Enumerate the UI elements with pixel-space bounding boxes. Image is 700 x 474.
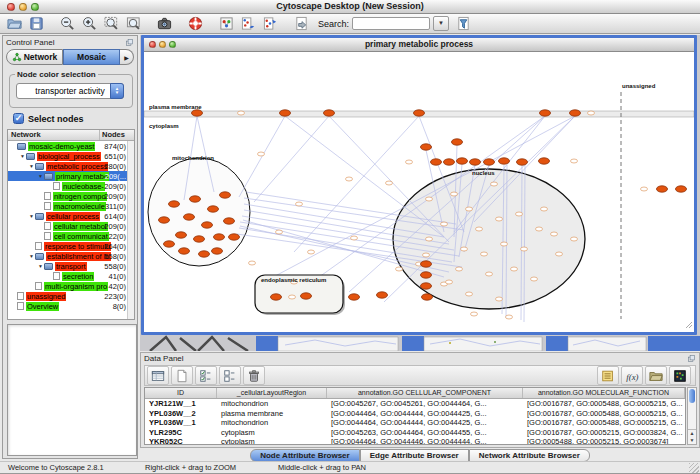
tree-row[interactable]: nitrogen compo209(0) [8,191,134,201]
expand-arrow-icon[interactable]: ▼ [37,173,44,179]
gene-node [457,158,468,164]
minimize-window-icon[interactable] [19,3,27,11]
help-button[interactable] [185,15,206,32]
tree-row[interactable]: macromolecule311(0) [8,201,134,211]
layout-spring-button[interactable] [260,15,281,32]
vizmapper-button[interactable] [216,15,237,32]
toolbar-separator [145,23,153,24]
tree-row[interactable]: ▼biological_process651(0) [8,151,134,161]
tree-row[interactable]: cellular metabol209(0) [8,221,134,231]
tab-mosaic[interactable]: Mosaic [63,49,120,65]
tree-row[interactable]: ▼cellular process614(0) [8,211,134,221]
annotation-button[interactable] [291,15,312,32]
select-nodes-checkbox[interactable]: ✓ [13,113,24,124]
select-all-button[interactable] [195,366,217,385]
tree-scrollbar[interactable] [127,141,134,319]
table-row[interactable]: YPL036W__2plasma membrane[GO:0044464, GO… [145,409,685,419]
resize-grip[interactable] [689,463,699,473]
expand-arrow-icon[interactable]: ▼ [37,263,44,269]
snapshot-button[interactable] [154,15,175,32]
expand-arrow-icon[interactable]: ▼ [28,253,35,259]
tree-row[interactable]: unassigned223(0) [8,291,134,301]
column-header[interactable]: ID [145,388,217,398]
network-canvas[interactable]: plasma membranecytoplasmmitochondrionnuc… [144,52,694,332]
unselect-all-button[interactable] [219,366,241,385]
column-header[interactable]: _cellularLayoutRegion [217,388,327,398]
data-panel: Data Panel ID_cellularLayoutRegionannota… [140,352,700,448]
matrix-view-button[interactable] [669,366,691,385]
table-row[interactable]: YKR052Ccytoplasm[GO:0044464, GO:0044446,… [145,437,685,445]
tree-row[interactable]: cell communicat22(0) [8,231,134,241]
gene-node-small [588,111,595,115]
status-bar: Welcome to Cytoscape 2.8.1 Right-click +… [0,461,700,473]
table-scrollbar[interactable]: ▲▼ [687,387,697,445]
float-panel-icon[interactable] [687,354,696,363]
search-dropdown-arrow-icon[interactable]: ▼ [433,16,449,31]
matrix-view-icon [673,369,687,383]
tree-row[interactable]: ▼establishment of lo558(0) [8,251,134,261]
tree-column-nodes[interactable]: Nodes [100,130,134,140]
network-view-titlebar[interactable]: primary metabolic process [144,38,694,52]
zoom-out-button[interactable] [57,15,78,32]
toolbar-separator [176,23,184,24]
tree-row[interactable]: nucleobase-209(0) [8,181,134,191]
save-button[interactable] [26,15,47,32]
gene-node-small [423,253,430,257]
select-attributes-button[interactable] [147,366,169,385]
expand-arrow-icon[interactable]: ▼ [19,153,26,159]
expand-arrow-icon[interactable]: ▼ [28,213,35,219]
combo-stepper-icon[interactable]: ▲▼ [110,83,124,99]
table-row[interactable]: YJR121W__1mitochondrion[GO:0045267, GO:0… [145,399,685,409]
zoom-in-button[interactable] [79,15,100,32]
network-view-title: primary metabolic process [144,38,694,51]
network-view-window[interactable]: primary metabolic process plasma membran… [141,35,697,335]
close-view-icon[interactable] [149,41,156,48]
tree-row[interactable]: mosaic-demo-yeast874(0) [8,141,134,151]
tree-row[interactable]: multi-organism pro42(0) [8,281,134,291]
network-desktop: primary metabolic process plasma membran… [140,35,700,351]
table-row[interactable]: YPL036W__1mitochondrion[GO:0044464, GO:0… [145,418,685,428]
zoom-fit-button[interactable] [123,15,144,32]
import-attributes-button[interactable] [645,366,667,385]
tree-row[interactable]: ▼transport558(0) [8,261,134,271]
filter-button[interactable] [453,15,474,32]
tree-row[interactable]: Overview8(0) [8,301,134,311]
tree-row[interactable]: ▼metabolic process280(0) [8,161,134,171]
gene-node [159,217,170,223]
minimize-view-icon[interactable] [159,41,166,48]
gene-node [484,159,495,165]
scrollbar-arrows-icon[interactable]: ▲▼ [688,429,696,444]
background-windows[interactable] [140,335,700,351]
expand-arrow-icon[interactable]: ▼ [28,163,35,169]
zoom-view-icon[interactable] [169,41,176,48]
window-titlebar[interactable]: Cytoscape Desktop (New Session) [0,0,700,14]
zoom-selected-button[interactable] [101,15,122,32]
more-tabs-arrow-icon[interactable]: ▶ [120,49,134,65]
function-builder-button[interactable] [621,366,643,385]
search-input[interactable] [352,17,430,30]
tree-row[interactable]: secretion41(0) [8,271,134,281]
column-header[interactable]: annotation.GO CELLULAR_COMPONENT [327,388,523,398]
layout-grid-button[interactable] [238,15,259,32]
open-button[interactable] [4,15,25,32]
tree-row[interactable]: response to stimulu264(0) [8,241,134,251]
edge [285,116,444,237]
cell: mitochondrion [217,399,327,409]
gene-node-small [441,222,448,226]
zoom-window-icon[interactable] [31,3,39,11]
tree-column-network[interactable]: Network [8,130,100,140]
create-attribute-button[interactable] [171,366,193,385]
tree-row[interactable]: ▼primary metabo209(... [8,171,134,181]
gene-node-small [476,227,483,231]
table-row[interactable]: YLR295Ccytoplasm[GO:0045263, GO:0044464,… [145,428,685,438]
scrollbar-thumb[interactable] [689,389,695,403]
column-header[interactable]: annotation.GO MOLECULAR_FUNCTION [523,388,685,398]
float-panel-icon[interactable] [125,38,134,47]
node-color-combobox[interactable]: transporter activity ▲▼ [16,83,124,99]
attribute-list-button[interactable] [597,366,619,385]
file-icon [44,222,51,231]
birds-eye-view[interactable] [7,324,137,456]
tab-network[interactable]: Network [6,49,63,65]
close-window-icon[interactable] [7,3,15,11]
delete-attribute-button[interactable] [243,366,265,385]
